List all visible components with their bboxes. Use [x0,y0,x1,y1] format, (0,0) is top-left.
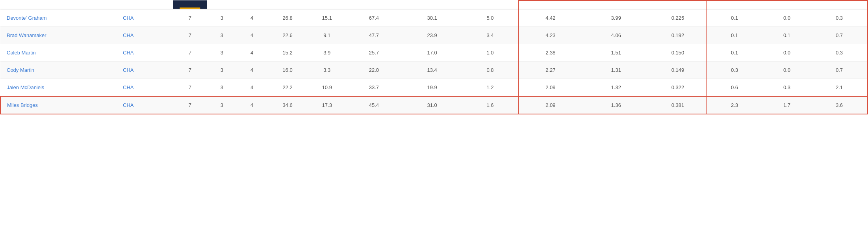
front-ct-touches-value: 19.9 [402,79,462,97]
table-row: Caleb MartinCHA73415.23.925.717.01.02.38… [0,44,868,62]
team-name[interactable]: CHA [121,9,173,27]
gp-value: 7 [173,79,207,97]
col-avg-sec-per-touch[interactable] [518,0,582,9]
time-of-poss-value: 3.4 [462,27,518,44]
avg-drib-value: 3.99 [582,9,650,27]
col-gp[interactable] [173,0,207,9]
player-name[interactable]: Cody Martin [0,62,121,79]
time-of-poss-value: 1.2 [462,79,518,97]
post-ups-value: 0.0 [762,62,811,79]
table-row: Devonte' GrahamCHA73426.815.167.430.15.0… [0,9,868,27]
stats-table-wrapper: Devonte' GrahamCHA73426.815.167.430.15.0… [0,0,868,114]
w-value: 3 [207,27,237,44]
col-min[interactable] [267,0,308,9]
avg-sec-value: 2.09 [518,79,582,97]
col-player[interactable] [0,0,121,9]
table-row: Jalen McDanielsCHA73422.210.933.719.91.2… [0,79,868,97]
pts-per-touch-value: 0.192 [650,27,706,44]
touches-value: 22.0 [346,62,402,79]
front-ct-touches-value: 31.0 [402,96,462,114]
pts-per-touch-value: 0.381 [650,96,706,114]
pts-per-touch-value: 0.225 [650,9,706,27]
team-name[interactable]: CHA [121,96,173,114]
col-post-ups[interactable] [762,0,811,9]
col-pts[interactable] [308,0,346,9]
col-time-of-poss[interactable] [462,0,518,9]
touches-value: 47.7 [346,27,402,44]
header-row [0,0,868,9]
col-touches[interactable] [346,0,402,9]
player-name[interactable]: Devonte' Graham [0,9,121,27]
front-ct-touches-value: 30.1 [402,9,462,27]
front-ct-touches-value: 23.9 [402,27,462,44]
min-value: 34.6 [267,96,308,114]
table-row: Cody MartinCHA73416.03.322.013.40.82.271… [0,62,868,79]
post-ups-value: 0.0 [762,9,811,27]
front-ct-touches-value: 13.4 [402,62,462,79]
min-value: 16.0 [267,62,308,79]
avg-sec-value: 2.09 [518,96,582,114]
player-name[interactable]: Jalen McDaniels [0,79,121,97]
table-row: Miles BridgesCHA73434.617.345.431.01.62.… [0,96,868,114]
w-value: 3 [207,44,237,62]
avg-drib-value: 4.06 [582,27,650,44]
col-pts-per-touch[interactable] [650,0,706,9]
pts-value: 9.1 [308,27,346,44]
team-name[interactable]: CHA [121,62,173,79]
player-name[interactable]: Miles Bridges [0,96,121,114]
time-of-poss-value: 1.6 [462,96,518,114]
min-value: 26.8 [267,9,308,27]
touches-value: 45.4 [346,96,402,114]
avg-drib-value: 1.32 [582,79,650,97]
avg-drib-value: 1.51 [582,44,650,62]
time-of-poss-value: 1.0 [462,44,518,62]
l-value: 4 [237,9,267,27]
paint-touches-value: 0.7 [811,27,868,44]
w-value: 3 [207,62,237,79]
paint-touches-value: 3.6 [811,96,868,114]
w-value: 3 [207,9,237,27]
elbow-touches-value: 2.3 [706,96,762,114]
avg-drib-value: 1.31 [582,62,650,79]
min-value: 22.2 [267,79,308,97]
player-name[interactable]: Brad Wanamaker [0,27,121,44]
player-name[interactable]: Caleb Martin [0,44,121,62]
l-value: 4 [237,79,267,97]
col-avg-drib-per-touch[interactable] [582,0,650,9]
table-row: Brad WanamakerCHA73422.69.147.723.93.44.… [0,27,868,44]
pts-value: 15.1 [308,9,346,27]
gp-value: 7 [173,27,207,44]
team-name[interactable]: CHA [121,79,173,97]
col-elbow-touches[interactable] [706,0,762,9]
paint-touches-value: 0.7 [811,62,868,79]
team-name[interactable]: CHA [121,27,173,44]
elbow-touches-value: 0.1 [706,9,762,27]
l-value: 4 [237,62,267,79]
touches-value: 33.7 [346,79,402,97]
team-name[interactable]: CHA [121,44,173,62]
col-l[interactable] [237,0,267,9]
touches-value: 67.4 [346,9,402,27]
stats-table: Devonte' GrahamCHA73426.815.167.430.15.0… [0,0,868,114]
paint-touches-value: 0.3 [811,44,868,62]
col-team[interactable] [121,0,173,9]
post-ups-value: 0.3 [762,79,811,97]
col-w[interactable] [207,0,237,9]
col-paint-touches[interactable] [811,0,868,9]
paint-touches-value: 0.3 [811,9,868,27]
avg-drib-value: 1.36 [582,96,650,114]
gp-value: 7 [173,44,207,62]
col-front-ct-touches[interactable] [402,0,462,9]
pts-per-touch-value: 0.150 [650,44,706,62]
l-value: 4 [237,44,267,62]
gp-value: 7 [173,62,207,79]
w-value: 3 [207,79,237,97]
elbow-touches-value: 0.1 [706,27,762,44]
elbow-touches-value: 0.3 [706,62,762,79]
time-of-poss-value: 0.8 [462,62,518,79]
l-value: 4 [237,27,267,44]
post-ups-value: 0.1 [762,27,811,44]
elbow-touches-value: 0.6 [706,79,762,97]
w-value: 3 [207,96,237,114]
elbow-touches-value: 0.1 [706,44,762,62]
